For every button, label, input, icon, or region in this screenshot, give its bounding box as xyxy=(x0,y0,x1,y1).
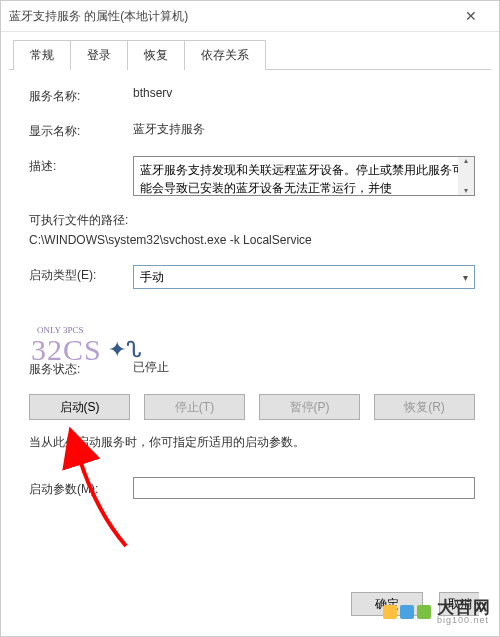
chevron-down-icon: ▾ xyxy=(463,272,468,283)
label-service-status: 服务状态: xyxy=(29,359,133,378)
label-description: 描述: xyxy=(29,156,133,175)
value-service-name: bthserv xyxy=(133,86,475,100)
brand-square-2 xyxy=(400,605,414,619)
label-startup-type: 启动类型(E): xyxy=(29,265,133,284)
value-service-status: 已停止 xyxy=(133,359,475,378)
start-button[interactable]: 启动(S) xyxy=(29,394,130,420)
scroll-down-icon[interactable]: ▾ xyxy=(464,187,468,195)
brand-url: big100.net xyxy=(437,616,491,625)
label-start-param: 启动参数(M): xyxy=(29,479,133,498)
label-display-name: 显示名称: xyxy=(29,121,133,140)
tab-logon[interactable]: 登录 xyxy=(70,40,128,70)
pause-button: 暂停(P) xyxy=(259,394,360,420)
brand-name: 大百网 xyxy=(437,599,491,616)
scroll-up-icon[interactable]: ▴ xyxy=(464,157,468,165)
label-exec-path: 可执行文件的路径: xyxy=(29,212,475,229)
service-control-buttons: 启动(S) 停止(T) 暂停(P) 恢复(R) xyxy=(29,394,475,420)
tab-dependencies[interactable]: 依存关系 xyxy=(184,40,266,70)
value-exec-path: C:\WINDOWS\system32\svchost.exe -k Local… xyxy=(29,233,475,247)
description-scrollbar[interactable]: ▴ ▾ xyxy=(458,157,474,195)
value-display-name: 蓝牙支持服务 xyxy=(133,121,475,138)
brand-square-3 xyxy=(417,605,431,619)
description-text: 蓝牙服务支持发现和关联远程蓝牙设备。停止或禁用此服务可能会导致已安装的蓝牙设备无… xyxy=(140,163,464,195)
tab-general[interactable]: 常规 xyxy=(13,40,71,70)
description-textbox[interactable]: 蓝牙服务支持发现和关联远程蓝牙设备。停止或禁用此服务可能会导致已安装的蓝牙设备无… xyxy=(133,156,475,196)
startup-type-value: 手动 xyxy=(140,269,463,286)
window-title: 蓝牙支持服务 的属性(本地计算机) xyxy=(9,8,451,25)
label-service-name: 服务名称: xyxy=(29,86,133,105)
properties-dialog: 蓝牙支持服务 的属性(本地计算机) ✕ 常规 登录 恢复 依存关系 服务名称: … xyxy=(0,0,500,637)
start-param-input[interactable] xyxy=(133,477,475,499)
brand-square-1 xyxy=(383,605,397,619)
brand-watermark: 大百网 big100.net xyxy=(383,588,499,636)
tab-strip: 常规 登录 恢复 依存关系 xyxy=(1,32,499,70)
start-param-note: 当从此处启动服务时，你可指定所适用的启动参数。 xyxy=(29,434,475,451)
startup-type-dropdown[interactable]: 手动 ▾ xyxy=(133,265,475,289)
close-icon[interactable]: ✕ xyxy=(451,8,491,24)
resume-button: 恢复(R) xyxy=(374,394,475,420)
titlebar: 蓝牙支持服务 的属性(本地计算机) ✕ xyxy=(1,1,499,32)
tab-content-general: 服务名称: bthserv 显示名称: 蓝牙支持服务 描述: 蓝牙服务支持发现和… xyxy=(1,70,499,499)
tab-recovery[interactable]: 恢复 xyxy=(127,40,185,70)
stop-button: 停止(T) xyxy=(144,394,245,420)
